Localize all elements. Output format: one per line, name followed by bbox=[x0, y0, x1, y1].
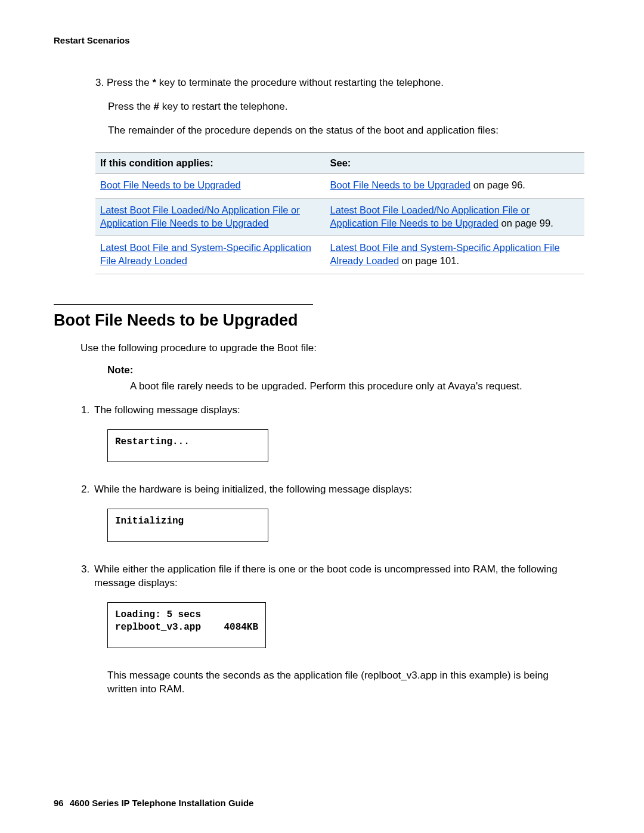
step-text: The following message displays: bbox=[94, 404, 240, 416]
step-number: 3. bbox=[95, 77, 104, 88]
condition-link[interactable]: Boot File Needs to be Upgraded bbox=[100, 179, 241, 190]
post-box-paragraph: This message counts the seconds as the a… bbox=[107, 669, 578, 696]
display-box-initializing: Initializing bbox=[107, 509, 268, 542]
running-header: Restart Scenarios bbox=[54, 35, 590, 47]
section-divider bbox=[54, 304, 313, 305]
footer-title: 4600 Series IP Telephone Installation Gu… bbox=[70, 798, 254, 808]
see-suffix: on page 101. bbox=[399, 255, 459, 266]
step-3-line-1: 3. Press the * key to terminate the proc… bbox=[95, 76, 584, 90]
step-text: While the hardware is being initialized,… bbox=[94, 484, 412, 495]
see-suffix: on page 96. bbox=[470, 179, 525, 190]
step-text: While either the application file if the… bbox=[94, 563, 558, 589]
procedure-step-1: 1.The following message displays: bbox=[94, 404, 578, 417]
step-number: 2. bbox=[81, 483, 94, 497]
text: Press the bbox=[107, 77, 153, 88]
key-hash: # bbox=[154, 101, 159, 112]
page-number: 96 bbox=[54, 798, 64, 808]
page-footer: 964600 Series IP Telephone Installation … bbox=[54, 797, 253, 809]
note-body: A boot file rarely needs to be upgraded.… bbox=[130, 380, 578, 394]
display-box-loading: Loading: 5 secs replboot_v3.app 4084KB bbox=[107, 602, 266, 648]
section-heading: Boot File Needs to be Upgraded bbox=[54, 309, 590, 331]
step-3-block: 3. Press the * key to terminate the proc… bbox=[95, 76, 584, 274]
table-header-condition: If this condition applies: bbox=[95, 153, 325, 174]
table-row: Latest Boot File Loaded/No Application F… bbox=[95, 198, 584, 236]
see-suffix: on page 99. bbox=[499, 218, 553, 228]
step-number: 1. bbox=[81, 404, 94, 417]
condition-link[interactable]: Latest Boot File and System-Specific App… bbox=[100, 242, 311, 266]
step-3-line-2: Press the # key to restart the telephone… bbox=[108, 100, 584, 114]
note-label: Note: bbox=[107, 364, 590, 377]
text: key to restart the telephone. bbox=[159, 101, 287, 112]
table-row: Latest Boot File and System-Specific App… bbox=[95, 236, 584, 274]
procedure-step-2: 2.While the hardware is being initialize… bbox=[94, 483, 578, 497]
step-3-line-3: The remainder of the procedure depends o… bbox=[108, 124, 584, 138]
see-link[interactable]: Boot File Needs to be Upgraded bbox=[330, 179, 470, 190]
table-row: Boot File Needs to be Upgraded Boot File… bbox=[95, 174, 584, 198]
table-header-see: See: bbox=[325, 153, 584, 174]
document-page: Restart Scenarios 3. Press the * key to … bbox=[0, 0, 644, 833]
condition-table: If this condition applies: See: Boot Fil… bbox=[95, 152, 584, 274]
condition-link[interactable]: Latest Boot File Loaded/No Application F… bbox=[100, 205, 300, 228]
display-box-restarting: Restarting... bbox=[107, 429, 268, 463]
text: key to terminate the procedure without r… bbox=[156, 77, 444, 88]
section-intro: Use the following procedure to upgrade t… bbox=[80, 342, 590, 355]
text: Press the bbox=[108, 101, 154, 112]
step-number: 3. bbox=[81, 563, 94, 577]
procedure-step-3: 3.While either the application file if t… bbox=[94, 563, 578, 590]
